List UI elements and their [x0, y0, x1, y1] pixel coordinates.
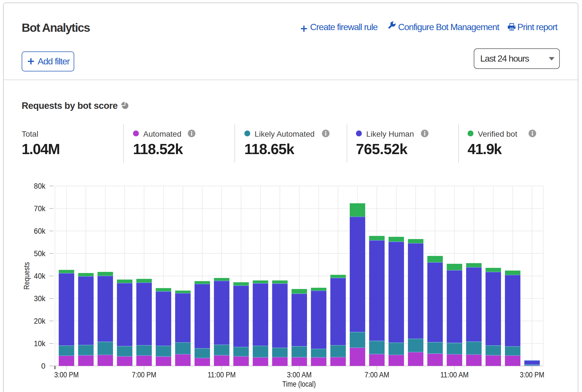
- svg-text:3:00 PM: 3:00 PM: [520, 370, 544, 379]
- svg-text:11:00 AM: 11:00 AM: [440, 370, 469, 379]
- svg-text:40k: 40k: [34, 272, 46, 280]
- svg-text:80k: 80k: [34, 182, 46, 190]
- svg-text:7:00 AM: 7:00 AM: [364, 370, 389, 379]
- svg-text:10k: 10k: [34, 339, 46, 348]
- svg-text:Time (local): Time (local): [282, 380, 316, 388]
- svg-text:50k: 50k: [34, 249, 46, 258]
- svg-text:3:00 PM: 3:00 PM: [54, 370, 79, 379]
- svg-text:7:00 PM: 7:00 PM: [132, 370, 156, 379]
- svg-text:11:00 PM: 11:00 PM: [207, 370, 236, 379]
- svg-text:0: 0: [41, 362, 45, 370]
- svg-text:30k: 30k: [34, 294, 46, 303]
- svg-text:Requests: Requests: [22, 262, 31, 290]
- svg-text:20k: 20k: [34, 317, 46, 325]
- svg-text:70k: 70k: [34, 204, 46, 213]
- svg-text:60k: 60k: [34, 227, 46, 235]
- svg-text:3:00 AM: 3:00 AM: [287, 370, 312, 379]
